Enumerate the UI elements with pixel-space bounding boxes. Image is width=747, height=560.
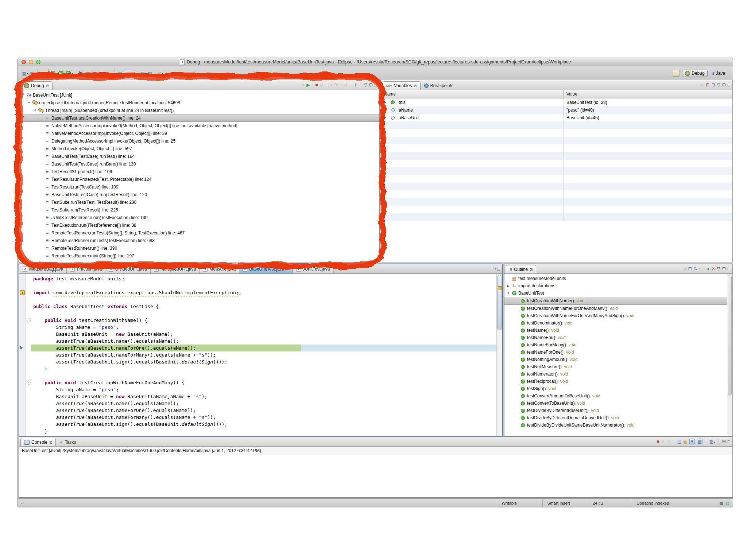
stack-frame[interactable]: ≡RemoteTestRunner.runTests(TestExecution…	[19, 237, 379, 244]
current-debug-line[interactable]: assertTrue(aBaseUnit.nameForOne().equals…	[31, 345, 496, 351]
show-whitespace-icon[interactable]: ¶	[132, 70, 139, 77]
instruction-pointer-icon[interactable]	[20, 346, 23, 350]
editor-scrollbar[interactable]	[496, 274, 502, 436]
outline-method[interactable]: testCreationWithNameForOneAndManyAndSign…	[504, 312, 732, 319]
scroll-lock-icon[interactable]: ▣	[683, 439, 687, 444]
sort-icon[interactable]: ⇅	[694, 267, 697, 271]
step-into-icon[interactable]: ↓	[330, 83, 333, 87]
new-wizard-icon[interactable]: ▧▾	[22, 70, 28, 77]
next-annotation-icon[interactable]: ↓▾	[165, 70, 171, 77]
editor-marker-ruler[interactable]: !	[19, 274, 26, 436]
outline-method[interactable]: testDivideByDifferentBaseUnit() : void	[504, 407, 732, 414]
expand-arrow-icon[interactable]: ▶	[383, 101, 387, 104]
stack-frame[interactable]: ≡NativeMethodAccessorImpl.invoke0(Method…	[19, 122, 379, 129]
perspective-java-button[interactable]: J Java	[710, 70, 728, 77]
resume-icon[interactable]: ▶	[306, 83, 310, 87]
minimize-icon[interactable]: ⊟	[492, 267, 496, 271]
stack-frame[interactable]: ≡TestResult.runProtected(Test, Protectab…	[19, 175, 379, 183]
outline-method[interactable]: testName() : void	[504, 327, 732, 334]
fold-collapse-icon[interactable]: −	[27, 381, 31, 385]
minimize-window-icon[interactable]	[29, 60, 33, 64]
maximize-icon[interactable]: □	[728, 439, 730, 444]
stack-frame[interactable]: ≡TestResult.run(TestCase) line: 109	[19, 183, 379, 191]
display-selected-console-icon[interactable]: ▦	[697, 439, 702, 444]
mark-occurrences-icon[interactable]: ▣	[124, 70, 131, 77]
close-icon[interactable]: ⊠	[286, 267, 289, 271]
prev-editor-icon[interactable]: ▥	[147, 70, 153, 77]
maximize-icon[interactable]: □	[728, 83, 730, 87]
code-line[interactable]: assertTrue(aBaseUnit.name().equals(aName…	[31, 338, 496, 345]
scrollbar-thumb[interactable]	[728, 275, 732, 396]
use-step-filters-icon[interactable]: ƒ	[355, 83, 357, 87]
run-icon[interactable]: ▶▾	[58, 70, 65, 77]
pin-console-icon[interactable]: ▼	[689, 439, 695, 444]
debug-tree-node[interactable]: ▼org.eclipse.jdt.internal.junit.runner.R…	[19, 99, 379, 106]
tab-overflow-indicator[interactable]: »6	[333, 264, 345, 273]
code-line[interactable]: public void testCreationWithNameForOneAn…	[31, 379, 496, 386]
remove-launch-icon[interactable]: ✕	[661, 439, 665, 444]
remove-all-terminated-icon[interactable]: ✕	[667, 439, 670, 444]
stack-frame[interactable]: ≡BaseUnitTest(TestCase).run(TestResult) …	[19, 191, 379, 198]
drop-to-frame-icon[interactable]: ⇊	[344, 83, 348, 87]
code-line[interactable]	[31, 282, 496, 289]
stack-frame[interactable]: ≡TestSuite.runTest(Test, TestResult) lin…	[19, 198, 379, 206]
code-line[interactable]: package test.measureModel.units;	[31, 275, 496, 282]
link-with-editor-icon[interactable]: ⇄	[683, 267, 686, 271]
tab-debug[interactable]: Debug ⊠	[20, 81, 53, 90]
show-type-names-icon[interactable]: ≔	[700, 83, 704, 87]
hide-local-types-icon[interactable]: ✕	[711, 267, 715, 271]
maximize-icon[interactable]: □	[375, 83, 377, 87]
outline-method[interactable]: testNumerator() : void	[504, 370, 732, 378]
close-icon[interactable]: ⊠	[49, 440, 52, 444]
outline-node[interactable]: ▶⇅import declarations	[504, 282, 732, 289]
expand-arrow-icon[interactable]: ▶	[383, 116, 387, 119]
annotate-icon[interactable]: ✎▾	[106, 70, 113, 77]
coverage-icon[interactable]: ▥	[84, 70, 91, 77]
stack-frame[interactable]: ≡BaseUnitTest(TestCase).runBare() line: …	[19, 160, 379, 168]
editor-tab-baseunittest-java[interactable]: JBaseUnitTest.java⊠	[239, 264, 293, 273]
stack-frame[interactable]: ≡DelegatingMethodAccessorImpl.invoke(Obj…	[19, 137, 379, 145]
code-line[interactable]: String aName = "peso";	[31, 386, 496, 393]
outline-method[interactable]: testCreationWithName() : void	[504, 297, 732, 305]
hide-fields-icon[interactable]: ◦	[699, 267, 701, 271]
expand-arrow-icon[interactable]: ▼	[27, 101, 31, 104]
progress-status[interactable]: Updating indexes	[632, 499, 716, 508]
stack-frame[interactable]: ≡TestExecution.run(ITestReference[]) lin…	[19, 221, 379, 229]
show-logical-structure-icon[interactable]: ⊞	[706, 83, 709, 87]
stack-frame[interactable]: ≡NativeMethodAccessorImpl.invoke(Object,…	[19, 129, 379, 137]
outline-method[interactable]: testCreationWithNameForOneAndMany() : vo…	[504, 305, 732, 312]
stack-frame[interactable]: ≡RemoteTestRunner.runTests(String[], Str…	[19, 229, 379, 237]
collapse-all-icon[interactable]: ⊟	[711, 83, 715, 87]
code-line[interactable]: BaseUnit aBaseUnit = new BaseUnit(aName,…	[31, 393, 496, 400]
next-editor-icon[interactable]: ▤	[139, 70, 146, 77]
tab-variables[interactable]: (x)= Variables ⊠	[383, 81, 421, 90]
code-line[interactable]	[31, 296, 496, 303]
expand-arrow-icon[interactable]: ▶	[383, 108, 387, 112]
warning-marker-icon[interactable]: !	[20, 290, 25, 295]
expand-arrow-icon[interactable]: ▼	[33, 109, 38, 112]
external-tools-icon[interactable]: ▶▾	[66, 70, 73, 77]
column-value[interactable]: Value	[564, 92, 732, 97]
code-editor[interactable]: package test.measureModel.units; import …	[31, 274, 496, 436]
editor-tab-junittest-java[interactable]: JJUnitTest.java	[293, 264, 334, 273]
outline-method[interactable]: testDenominator() : void	[504, 319, 732, 327]
junit-icon[interactable]: Ju	[77, 70, 84, 77]
last-edit-location-icon[interactable]: ↶▾	[157, 70, 164, 77]
code-line[interactable]: assertTrue(aBaseUnit.sign().equals(BaseU…	[31, 358, 496, 365]
stack-frame[interactable]: ≡TestResult$1.protect() line: 106	[19, 168, 379, 175]
clear-console-icon[interactable]: ▤	[677, 439, 681, 444]
garbage-collect-icon[interactable]: ◍	[725, 501, 729, 506]
code-line[interactable]: assertTrue(aBaseUnit.sign().equals(BaseU…	[31, 421, 496, 428]
progress-view-icon[interactable]: ▤	[719, 501, 723, 506]
debug-tree-node[interactable]: ▼JuBaseUnitTest [JUnit]	[19, 91, 379, 99]
open-plugin-icon[interactable]: ◫	[117, 70, 123, 77]
maximize-icon[interactable]: □	[728, 267, 730, 271]
code-line[interactable]: public void testCreationWithName() {	[31, 317, 496, 324]
fold-collapse-icon[interactable]: −	[27, 318, 31, 322]
code-line[interactable]: BaseUnit aBaseUnit = new BaseUnit(aName)…	[31, 331, 496, 338]
code-line[interactable]	[31, 372, 496, 379]
save-icon[interactable]: ▥▾	[29, 70, 36, 77]
expand-arrow-icon[interactable]: ▶	[506, 284, 511, 288]
close-icon[interactable]: ⊠	[414, 84, 417, 88]
perspective-debug-button[interactable]: Debug	[682, 70, 707, 77]
